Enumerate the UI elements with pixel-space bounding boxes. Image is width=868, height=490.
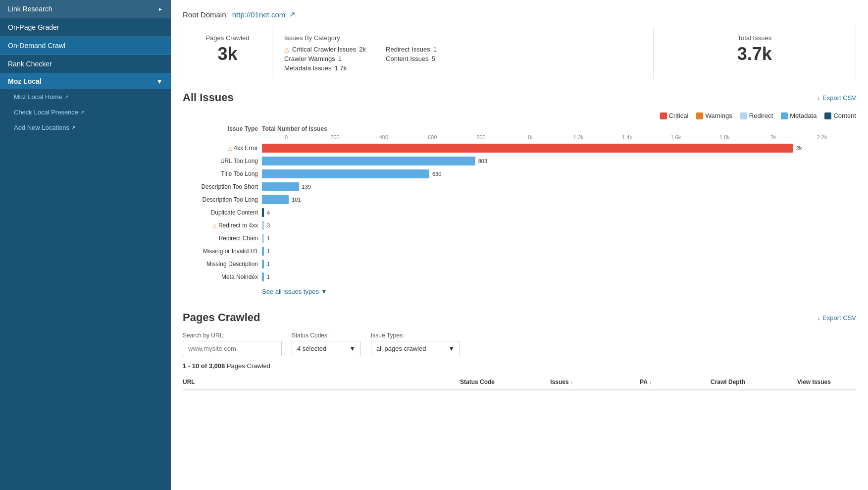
x-tick: 1k: [506, 134, 554, 140]
sidebar-item-on-demand-crawl[interactable]: On-Demand Crawl: [0, 37, 171, 55]
bar-label: Missing or Invalid H1: [183, 248, 262, 255]
issues-by-category-label: Issues By Category: [284, 34, 641, 42]
download-icon: ↓: [817, 314, 821, 322]
status-codes-select[interactable]: 4 selected ▼: [292, 341, 361, 356]
bar-label: Meta Noindex: [183, 273, 262, 280]
bar-wrap: 1: [262, 272, 846, 282]
stats-bar: Pages Crawled 3k Issues By Category △ Cr…: [183, 27, 856, 79]
bar: [262, 157, 475, 165]
x-tick: 1.8k: [700, 134, 749, 140]
th-depth-label: Crawl Depth: [711, 379, 745, 385]
external-link-icon: ↗: [71, 125, 75, 130]
sidebar-item-moz-local-home[interactable]: Moz Local Home ↗: [0, 89, 171, 105]
sidebar-item-rank-checker[interactable]: Rank Checker: [0, 55, 171, 73]
bar-value: 139: [302, 184, 311, 190]
table-header: URL Status Code Issues ↕ PA ↕ Crawl Dept…: [183, 375, 856, 390]
download-icon: ↓: [817, 94, 821, 102]
warning-icon: △: [284, 46, 289, 53]
bar-wrap: 1: [262, 246, 846, 256]
bar-label-text: Description Too Long: [202, 196, 258, 203]
bar-row: Title Too Long 630: [183, 168, 846, 180]
x-tick: 200: [310, 134, 359, 140]
chevron-down-icon: ▼: [349, 345, 356, 352]
bar-label: Missing Description: [183, 261, 262, 268]
bar: [262, 195, 289, 204]
sidebar-subitem-label: Add New Locations: [14, 124, 69, 131]
bar: [262, 260, 264, 269]
search-url-input[interactable]: [183, 341, 282, 356]
bar-row: Meta Noindex 1: [183, 271, 846, 283]
bar-row: URL Too Long 803: [183, 155, 846, 167]
pages-crawled-export-csv-button[interactable]: ↓ Export CSV: [817, 314, 856, 322]
bar-label-text: Missing or Invalid H1: [203, 248, 258, 255]
all-issues-title: All Issues: [183, 91, 234, 104]
root-domain-label: Root Domain:: [183, 10, 228, 19]
issues-col-right: Redirect Issues 1 Content Issues 5: [386, 46, 437, 72]
crawler-warnings-value: 1: [338, 55, 342, 62]
bar-label-text: Redirect to 4xx: [218, 222, 258, 229]
bar-label: Description Too Short: [183, 183, 262, 190]
th-url-label: URL: [183, 379, 195, 385]
external-link-icon: ↗: [289, 10, 296, 19]
bar-wrap: 1: [262, 233, 846, 243]
sort-icon: ↕: [570, 380, 573, 385]
x-tick: 1.4k: [603, 134, 651, 140]
bar-label-text: Duplicate Content: [211, 209, 258, 216]
bar-label-text: Description Too Short: [201, 183, 258, 190]
total-issues-label: Total Issues: [665, 34, 844, 42]
sidebar-item-add-new-locations[interactable]: Add New Locations ↗: [0, 120, 171, 135]
sidebar-item-link-research[interactable]: Link Research ►: [0, 0, 171, 18]
y-axis-label: Issue Type: [183, 125, 262, 132]
legend-critical: Critical: [660, 112, 689, 119]
th-view-issues: View Issues: [772, 379, 856, 385]
bar: [262, 221, 264, 230]
see-all-issues-link[interactable]: See all issues types ▼: [262, 288, 856, 295]
issue-types-select[interactable]: all pages crawled ▼: [371, 341, 460, 356]
see-all-label: See all issues types: [262, 288, 319, 295]
bar-value: 803: [478, 158, 487, 164]
chart-header: Issue Type Total Number of Issues: [183, 125, 846, 132]
export-csv-label: Export CSV: [822, 94, 856, 102]
x-axis-ticks: 0 200 400 600 800 1k 1.2k 1.4k 1.6k 1.8k…: [262, 134, 846, 140]
bar-value: 1: [267, 248, 270, 254]
issues-col-left: △ Critical Crawler Issues 2k Crawler War…: [284, 46, 366, 72]
results-range: 1 - 10 of 3,008: [183, 362, 225, 370]
legend-metadata: Metadata: [781, 112, 817, 119]
bar-wrap: 630: [262, 169, 846, 179]
sidebar-subitem-label: Check Local Presence: [14, 109, 78, 116]
external-link-icon: ↗: [64, 94, 68, 100]
pages-crawled-label: Pages Crawled: [195, 34, 260, 42]
critical-crawler-label: Critical Crawler Issues: [292, 46, 356, 53]
warning-icon: △: [228, 145, 232, 152]
pages-crawled-stat: Pages Crawled 3k: [183, 27, 272, 79]
bar-label-text: Title Too Long: [221, 170, 258, 177]
th-crawl-depth[interactable]: Crawl Depth ↕: [688, 379, 772, 385]
sidebar-section-moz-local[interactable]: Moz Local ▼: [0, 73, 171, 89]
bar-row: Redirect Chain 1: [183, 232, 846, 244]
chevron-right-icon: ►: [158, 6, 163, 12]
x-tick: 400: [359, 134, 408, 140]
th-issues[interactable]: Issues ↕: [519, 379, 604, 385]
sidebar-item-on-page-grader[interactable]: On-Page Grader: [0, 18, 171, 37]
x-tick: 600: [408, 134, 457, 140]
sidebar-item-check-local-presence[interactable]: Check Local Presence ↗: [0, 105, 171, 120]
root-domain-url[interactable]: http://01net.com: [232, 10, 286, 19]
pages-crawled-header: Pages Crawled ↓ Export CSV: [183, 311, 856, 324]
x-tick: 1.2k: [554, 134, 603, 140]
issue-types-label: Issue Types:: [371, 332, 460, 339]
export-csv-button[interactable]: ↓ Export CSV: [817, 94, 856, 102]
bar-wrap: 101: [262, 195, 846, 205]
legend-metadata-box: [781, 112, 788, 119]
sidebar-item-label: Rank Checker: [8, 60, 52, 68]
bar-label-text: Meta Noindex: [221, 273, 258, 280]
chart-legend: Critical Warnings Redirect Metadata Cont…: [183, 112, 856, 119]
th-pa[interactable]: PA ↕: [604, 379, 688, 385]
bar-row: Duplicate Content 4: [183, 207, 846, 218]
x-tick: 2.2k: [798, 134, 846, 140]
legend-content-label: Content: [833, 112, 856, 119]
external-link-icon: ↗: [80, 109, 84, 115]
bar: [262, 182, 299, 191]
bar-label: Description Too Long: [183, 196, 262, 203]
bar-value: 101: [292, 197, 301, 203]
sidebar-item-label: Link Research: [8, 5, 52, 13]
